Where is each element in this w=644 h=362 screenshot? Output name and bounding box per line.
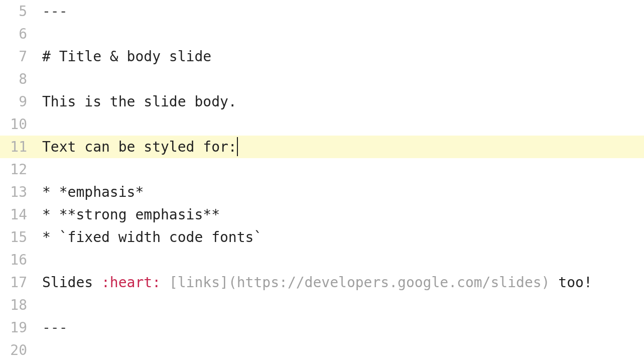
code-token: [links](https://developers.google.com/sl… [169,274,550,291]
code-token [161,274,169,291]
line-content[interactable]: --- [33,316,644,339]
editor-line[interactable]: 15* `fixed width code fonts` [0,226,644,249]
line-number: 9 [0,90,33,113]
line-number: 12 [0,158,33,181]
editor-line[interactable]: 18 [0,294,644,316]
line-number: 5 [0,0,33,23]
line-number: 18 [0,294,33,316]
line-number: 6 [0,23,33,45]
editor-line[interactable]: 5--- [0,0,644,23]
code-token: too! [550,274,592,291]
editor-line[interactable]: 6 [0,23,644,45]
editor-line[interactable]: 17Slides :heart: [links](https://develop… [0,271,644,294]
editor-line[interactable]: 20 [0,339,644,361]
line-number: 14 [0,203,33,226]
line-number: 15 [0,226,33,249]
code-token: Slides [42,274,101,291]
line-content[interactable]: * `fixed width code fonts` [33,226,644,249]
editor-line[interactable]: 7# Title & body slide [0,45,644,68]
editor-line[interactable]: 10 [0,113,644,136]
code-token: * *emphasis* [42,184,144,200]
line-number: 20 [0,339,33,361]
code-token: --- [42,319,68,336]
editor-line[interactable]: 8 [0,68,644,90]
text-cursor [237,137,238,156]
code-token: * **strong emphasis** [42,206,220,223]
line-content[interactable]: This is the slide body. [33,90,644,113]
editor-line[interactable]: 16 [0,249,644,271]
line-number: 19 [0,316,33,339]
code-token: Text can be styled for: [42,139,237,155]
code-token: --- [42,3,68,20]
editor-line[interactable]: 13* *emphasis* [0,181,644,203]
code-token: :heart: [101,274,161,291]
line-content[interactable]: # Title & body slide [33,45,644,68]
code-token: * `fixed width code fonts` [42,229,262,246]
line-number: 11 [0,136,33,158]
line-content[interactable]: Slides :heart: [links](https://developer… [33,271,644,294]
editor-line[interactable]: 11Text can be styled for: [0,136,644,158]
line-content[interactable]: * **strong emphasis** [33,203,644,226]
code-token: # Title & body slide [42,48,211,65]
editor-line[interactable]: 9This is the slide body. [0,90,644,113]
line-number: 7 [0,45,33,68]
editor-line[interactable]: 12 [0,158,644,181]
line-content[interactable]: * *emphasis* [33,181,644,203]
line-number: 16 [0,249,33,271]
code-token: This is the slide body. [42,93,237,110]
code-editor[interactable]: 5---67# Title & body slide89This is the … [0,0,644,362]
editor-line[interactable]: 19--- [0,316,644,339]
line-content[interactable]: Text can be styled for: [33,136,644,158]
line-number: 10 [0,113,33,136]
line-number: 8 [0,68,33,90]
line-content[interactable]: --- [33,0,644,23]
line-number: 17 [0,271,33,294]
line-number: 13 [0,181,33,203]
editor-line[interactable]: 14* **strong emphasis** [0,203,644,226]
